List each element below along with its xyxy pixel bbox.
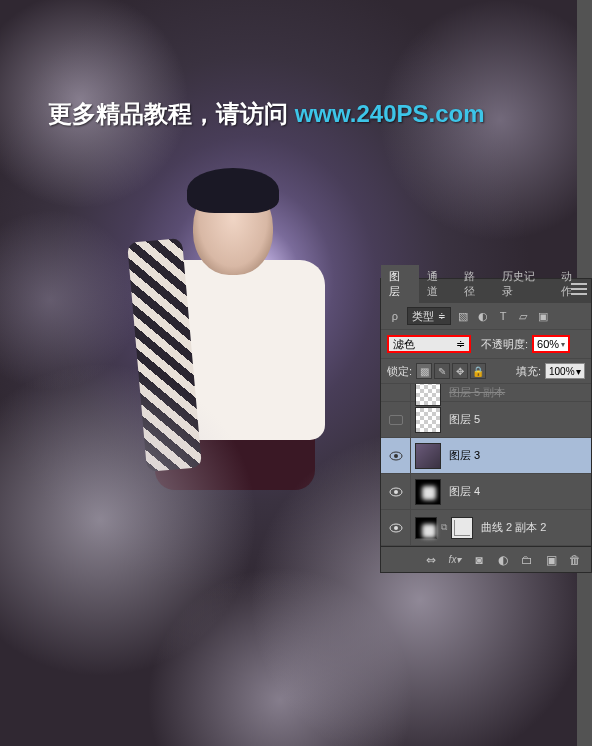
chevron-updown-icon: ≑ (438, 311, 446, 321)
layer-thumb (415, 443, 441, 469)
visibility-toggle[interactable] (381, 384, 411, 401)
fill-input[interactable]: 100% ▾ (545, 363, 585, 379)
lock-paint-icon[interactable]: ✎ (434, 363, 450, 379)
lock-position-icon[interactable]: ✥ (452, 363, 468, 379)
panel-menu-icon[interactable] (571, 283, 587, 295)
layer-name: 曲线 2 副本 2 (477, 520, 546, 535)
fill-value: 100% (549, 366, 575, 377)
filter-type-label: 类型 (412, 309, 434, 324)
watermark-text: 更多精品教程，请访问 www.240PS.com (48, 98, 485, 130)
mask-icon[interactable]: ◙ (471, 552, 487, 568)
filter-shape-icon[interactable]: ▱ (515, 308, 531, 324)
lock-transparent-icon[interactable]: ▩ (416, 363, 432, 379)
lock-label: 锁定: (387, 364, 412, 379)
tab-channels[interactable]: 通道 (419, 265, 457, 303)
tab-layers[interactable]: 图层 (381, 265, 419, 303)
tab-paths[interactable]: 路径 (456, 265, 494, 303)
visibility-toggle[interactable] (381, 438, 411, 473)
layer-thumb (415, 407, 441, 433)
trash-icon[interactable]: 🗑 (567, 552, 583, 568)
layer-name: 图层 5 副本 (445, 385, 505, 400)
eye-icon (389, 487, 403, 497)
layer-thumb (451, 517, 473, 539)
chevron-down-icon: ▾ (561, 340, 565, 349)
filter-kind-icon[interactable]: ρ (387, 308, 403, 324)
lock-all-icon[interactable]: 🔒 (470, 363, 486, 379)
filter-row: ρ 类型 ≑ ▧ ◐ T ▱ ▣ (381, 303, 591, 330)
lock-row: 锁定: ▩ ✎ ✥ 🔒 填充: 100% ▾ (381, 359, 591, 384)
group-icon[interactable]: 🗀 (519, 552, 535, 568)
visibility-toggle[interactable] (381, 402, 411, 437)
layer-row[interactable]: 图层 5 副本 (381, 384, 591, 402)
svg-point-3 (394, 490, 398, 494)
layer-row[interactable]: ⧉ 曲线 2 副本 2 (381, 510, 591, 546)
tab-history[interactable]: 历史记录 (494, 265, 553, 303)
watermark-url: www.240PS.com (295, 100, 485, 127)
visibility-toggle[interactable] (381, 474, 411, 509)
layer-name: 图层 3 (445, 448, 480, 463)
link-layers-icon[interactable]: ⇔ (423, 552, 439, 568)
fill-label: 填充: (516, 364, 541, 379)
opacity-value: 60% (537, 338, 559, 350)
layer-mask-thumb (415, 517, 437, 539)
eye-icon (389, 523, 403, 533)
panel-tabs: 图层 通道 路径 历史记录 动作 (381, 279, 591, 303)
svg-point-1 (394, 454, 398, 458)
layers-panel: 图层 通道 路径 历史记录 动作 ρ 类型 ≑ ▧ ◐ T ▱ ▣ 滤色 ≑ 不… (380, 278, 592, 573)
filter-type-text-icon[interactable]: T (495, 308, 511, 324)
new-layer-icon[interactable]: ▣ (543, 552, 559, 568)
layer-row[interactable]: 图层 4 (381, 474, 591, 510)
layer-thumb (415, 384, 441, 406)
opacity-input[interactable]: 60% ▾ (532, 335, 570, 353)
layer-name: 图层 4 (445, 484, 480, 499)
layers-list: 图层 5 副本 图层 5 图层 3 图 (381, 384, 591, 546)
filter-type-select[interactable]: 类型 ≑ (407, 307, 451, 325)
opacity-label: 不透明度: (481, 337, 528, 352)
eye-icon (389, 451, 403, 461)
layer-row[interactable]: 图层 5 (381, 402, 591, 438)
watermark-prefix: 更多精品教程，请访问 (48, 100, 295, 127)
layer-row[interactable]: 图层 3 (381, 438, 591, 474)
visibility-toggle[interactable] (381, 510, 411, 545)
chevron-updown-icon: ≑ (456, 338, 465, 351)
link-icon[interactable]: ⧉ (439, 522, 449, 533)
filter-smart-icon[interactable]: ▣ (535, 308, 551, 324)
fx-icon[interactable]: fx▾ (447, 552, 463, 568)
adjustment-icon[interactable]: ◐ (495, 552, 511, 568)
blend-mode-select[interactable]: 滤色 ≑ (387, 335, 471, 353)
blend-row: 滤色 ≑ 不透明度: 60% ▾ (381, 330, 591, 359)
layer-thumb (415, 479, 441, 505)
filter-adjustment-icon[interactable]: ◐ (475, 308, 491, 324)
filter-pixel-icon[interactable]: ▧ (455, 308, 471, 324)
blend-mode-value: 滤色 (393, 337, 415, 352)
svg-point-5 (394, 526, 398, 530)
chevron-down-icon: ▾ (576, 366, 581, 377)
eye-icon (389, 415, 403, 425)
panel-footer: ⇔ fx▾ ◙ ◐ 🗀 ▣ 🗑 (381, 546, 591, 572)
layer-name: 图层 5 (445, 412, 480, 427)
lock-icons: ▩ ✎ ✥ 🔒 (416, 363, 486, 379)
